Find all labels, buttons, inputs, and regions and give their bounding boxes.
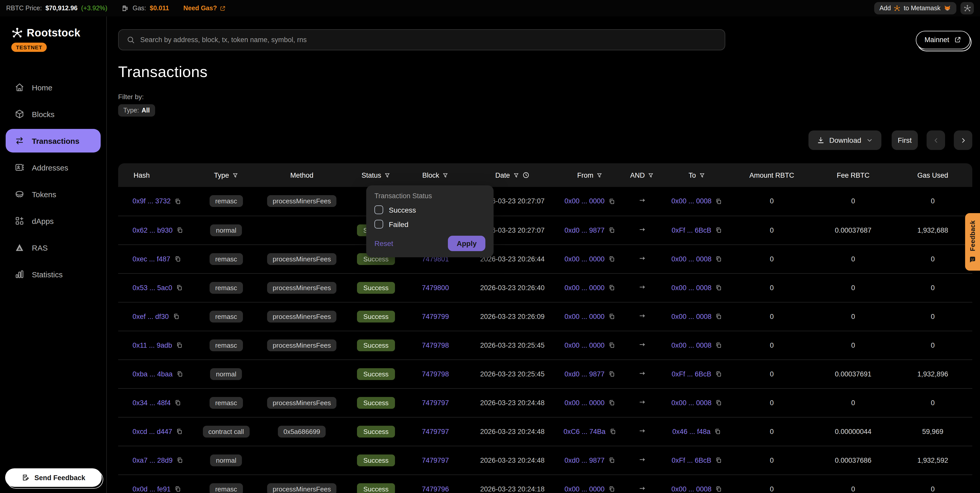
from-address-link[interactable]: 0x00 ... 0000: [565, 399, 605, 407]
block-link[interactable]: 7479800: [422, 284, 449, 291]
copy-icon[interactable]: [176, 428, 183, 435]
to-address-link[interactable]: 0x00 ... 0008: [671, 255, 711, 263]
copy-icon[interactable]: [172, 313, 180, 320]
copy-icon[interactable]: [715, 198, 722, 205]
add-to-metamask-button[interactable]: Add to Metamask: [874, 2, 956, 14]
column-header-date[interactable]: Date: [466, 163, 559, 187]
column-header-status[interactable]: Status: [347, 163, 405, 187]
block-link[interactable]: 7479798: [422, 341, 449, 349]
copy-icon[interactable]: [176, 284, 183, 291]
sidebar-item-transactions[interactable]: Transactions: [6, 129, 101, 153]
block-link[interactable]: 7479799: [422, 312, 449, 320]
to-address-link[interactable]: 0xFf ... 6BcB: [671, 370, 711, 378]
copy-icon[interactable]: [608, 255, 615, 262]
brand-logo[interactable]: Rootstock: [11, 27, 106, 39]
block-link[interactable]: 7479797: [422, 399, 449, 407]
copy-icon[interactable]: [608, 313, 615, 320]
next-page-button[interactable]: [954, 130, 972, 150]
copy-icon[interactable]: [608, 198, 615, 205]
clock-icon[interactable]: [522, 172, 530, 179]
copy-icon[interactable]: [608, 342, 615, 349]
column-header-type[interactable]: Type: [196, 163, 256, 187]
copy-icon[interactable]: [176, 370, 183, 377]
tx-hash-link[interactable]: 0xa7 ... 28d9: [132, 456, 173, 464]
from-address-link[interactable]: 0x00 ... 0000: [565, 312, 605, 320]
block-link[interactable]: 7479798: [422, 370, 449, 378]
copy-icon[interactable]: [715, 313, 722, 320]
sidebar-item-tokens[interactable]: Tokens: [6, 182, 101, 206]
prev-page-button[interactable]: [927, 130, 945, 150]
copy-icon[interactable]: [174, 255, 181, 262]
block-link[interactable]: 7479797: [422, 428, 449, 435]
tx-hash-link[interactable]: 0xec ... f487: [132, 255, 170, 263]
from-address-link[interactable]: 0xd0 ... 9877: [565, 456, 605, 464]
copy-icon[interactable]: [176, 342, 183, 349]
failed-checkbox[interactable]: [374, 220, 383, 229]
filter-icon[interactable]: [513, 172, 519, 178]
sidebar-item-dapps[interactable]: dApps: [6, 209, 101, 233]
copy-icon[interactable]: [608, 284, 615, 291]
from-address-link[interactable]: 0x00 ... 0000: [565, 284, 605, 291]
success-checkbox[interactable]: [374, 205, 383, 214]
copy-icon[interactable]: [715, 370, 722, 377]
copy-icon[interactable]: [715, 399, 722, 406]
filter-icon[interactable]: [384, 172, 390, 178]
from-address-link[interactable]: 0x00 ... 0000: [565, 197, 605, 205]
tx-hash-link[interactable]: 0x53 ... 5ac0: [132, 284, 172, 291]
filter-icon[interactable]: [699, 172, 705, 178]
column-header-block[interactable]: Block: [405, 163, 466, 187]
apply-button[interactable]: Apply: [448, 236, 485, 251]
copy-icon[interactable]: [715, 284, 722, 291]
from-address-link[interactable]: 0x00 ... 0000: [565, 485, 605, 493]
column-header-from[interactable]: From: [559, 163, 621, 187]
copy-icon[interactable]: [715, 226, 722, 234]
tx-hash-link[interactable]: 0x9f ... 3732: [132, 197, 171, 205]
need-gas-link[interactable]: Need Gas?: [183, 5, 226, 12]
to-address-link[interactable]: 0x00 ... 0008: [671, 284, 711, 291]
copy-icon[interactable]: [176, 226, 183, 234]
to-address-link[interactable]: 0x46 ... f48a: [672, 428, 711, 435]
copy-icon[interactable]: [174, 485, 181, 493]
feedback-tab[interactable]: Feedback: [965, 213, 980, 270]
first-page-button[interactable]: First: [892, 130, 918, 150]
from-address-link[interactable]: 0xC6 ... 74Ba: [563, 428, 606, 435]
download-button[interactable]: Download: [808, 130, 881, 150]
filter-icon[interactable]: [596, 172, 603, 178]
to-address-link[interactable]: 0x00 ... 0008: [671, 485, 711, 493]
tx-hash-link[interactable]: 0x34 ... 48f4: [132, 399, 171, 407]
copy-icon[interactable]: [608, 456, 615, 464]
copy-icon[interactable]: [715, 342, 722, 349]
tx-hash-link[interactable]: 0xef ... df30: [132, 312, 169, 320]
copy-icon[interactable]: [176, 456, 183, 464]
tx-hash-link[interactable]: 0x0d ... fe91: [132, 485, 171, 493]
rootstock-menu-button[interactable]: [961, 2, 974, 14]
to-address-link[interactable]: 0x00 ... 0008: [671, 197, 711, 205]
to-address-link[interactable]: 0x00 ... 0008: [671, 312, 711, 320]
block-link[interactable]: 7479797: [422, 456, 449, 464]
sidebar-item-ras[interactable]: RAS: [6, 236, 101, 259]
copy-icon[interactable]: [174, 198, 181, 205]
copy-icon[interactable]: [608, 485, 615, 493]
mainnet-button[interactable]: Mainnet: [916, 30, 970, 49]
column-header-to[interactable]: To: [663, 163, 731, 187]
copy-icon[interactable]: [174, 399, 181, 406]
column-header-and[interactable]: AND: [621, 163, 663, 187]
copy-icon[interactable]: [608, 370, 615, 377]
to-address-link[interactable]: 0xFf ... 6BcB: [671, 226, 711, 234]
tx-hash-link[interactable]: 0xcd ... d447: [132, 428, 172, 435]
tx-hash-link[interactable]: 0xba ... 4baa: [132, 370, 173, 378]
send-feedback-button[interactable]: Send Feedback: [5, 468, 102, 487]
status-option-success[interactable]: Success: [374, 205, 485, 214]
tx-hash-link[interactable]: 0x11 ... 9adb: [132, 341, 172, 349]
from-address-link[interactable]: 0x00 ... 0000: [565, 255, 605, 263]
search-box[interactable]: [118, 29, 725, 50]
copy-icon[interactable]: [608, 226, 615, 234]
copy-icon[interactable]: [715, 456, 722, 464]
from-address-link[interactable]: 0xd0 ... 9877: [565, 226, 605, 234]
copy-icon[interactable]: [608, 399, 615, 406]
copy-icon[interactable]: [609, 428, 616, 435]
reset-link[interactable]: Reset: [374, 239, 393, 248]
sidebar-item-blocks[interactable]: Blocks: [6, 102, 101, 126]
filter-icon[interactable]: [232, 172, 238, 178]
filter-icon[interactable]: [648, 172, 654, 178]
